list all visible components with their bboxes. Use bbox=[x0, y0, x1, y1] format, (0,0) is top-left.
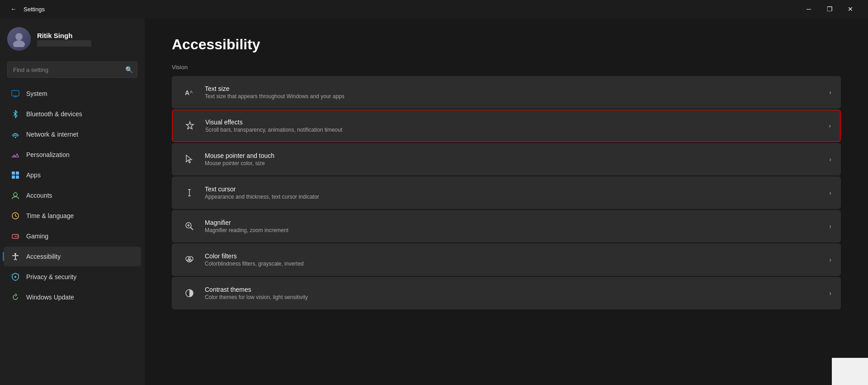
sidebar-item-gaming[interactable]: Gaming bbox=[4, 226, 141, 246]
nav-list: System Bluetooth & devices Network & int… bbox=[0, 83, 145, 308]
svg-rect-2 bbox=[12, 90, 19, 96]
sidebar-item-label-accessibility: Accessibility bbox=[26, 253, 61, 260]
window-controls: ─ ❐ ✕ bbox=[798, 2, 861, 16]
search-icon: 🔍 bbox=[125, 66, 133, 73]
svg-line-13 bbox=[15, 216, 17, 217]
chevron-icon-text-cursor: › bbox=[829, 189, 831, 196]
sidebar-item-bluetooth[interactable]: Bluetooth & devices bbox=[4, 104, 141, 124]
chevron-icon-contrast-themes: › bbox=[829, 290, 831, 297]
sidebar-item-accessibility[interactable]: Accessibility bbox=[4, 247, 141, 266]
sidebar-item-personalization[interactable]: Personalization bbox=[4, 145, 141, 165]
svg-point-19 bbox=[14, 253, 16, 255]
svg-point-0 bbox=[15, 33, 23, 40]
sidebar-item-apps[interactable]: Apps bbox=[4, 165, 141, 185]
sidebar: Ritik Singh 🔍 System Bluetooth & devices… bbox=[0, 18, 145, 385]
color-filters-icon bbox=[181, 252, 198, 268]
search-input[interactable] bbox=[7, 62, 137, 78]
sidebar-item-time[interactable]: Time & language bbox=[4, 206, 141, 226]
sidebar-item-label-privacy: Privacy & security bbox=[26, 273, 76, 280]
setting-name-contrast-themes: Contrast themes bbox=[205, 286, 824, 293]
contrast-themes-icon bbox=[181, 285, 198, 301]
minimize-button[interactable]: ─ bbox=[798, 2, 819, 16]
network-icon bbox=[11, 130, 20, 139]
search-box: 🔍 bbox=[7, 62, 137, 78]
sidebar-item-label-network: Network & internet bbox=[26, 131, 78, 138]
setting-item-text-size[interactable]: AA Text size Text size that appears thro… bbox=[172, 76, 841, 109]
close-button[interactable]: ✕ bbox=[840, 2, 861, 16]
setting-name-visual-effects: Visual effects bbox=[205, 119, 823, 126]
setting-item-visual-effects[interactable]: Visual effects Scroll bars, transparency… bbox=[172, 109, 841, 142]
sidebar-item-label-update: Windows Update bbox=[26, 294, 74, 301]
section-label: Vision bbox=[172, 64, 841, 71]
maximize-button[interactable]: ❐ bbox=[819, 2, 840, 16]
setting-name-text-cursor: Text cursor bbox=[205, 185, 824, 193]
page-title: Accessibility bbox=[172, 36, 841, 53]
back-button[interactable]: ← bbox=[7, 3, 20, 15]
sidebar-item-label-time: Time & language bbox=[26, 212, 74, 219]
accessibility-icon bbox=[11, 252, 20, 261]
setting-item-color-filters[interactable]: Color filters Colorblindness filters, gr… bbox=[172, 243, 841, 276]
setting-desc-mouse-pointer: Mouse pointer color, size bbox=[205, 160, 824, 166]
svg-point-24 bbox=[14, 276, 16, 278]
setting-desc-text-cursor: Appearance and thickness, text cursor in… bbox=[205, 194, 824, 200]
chevron-icon-color-filters: › bbox=[829, 256, 831, 263]
svg-rect-7 bbox=[16, 171, 19, 175]
sidebar-item-update[interactable]: Windows Update bbox=[4, 287, 141, 307]
sidebar-item-privacy[interactable]: Privacy & security bbox=[4, 267, 141, 287]
sidebar-item-label-personalization: Personalization bbox=[26, 151, 70, 158]
setting-item-mouse-pointer[interactable]: Mouse pointer and touch Mouse pointer co… bbox=[172, 143, 841, 176]
setting-item-magnifier[interactable]: Magnifier Magnifier reading, zoom increm… bbox=[172, 210, 841, 242]
svg-text:A: A bbox=[190, 90, 193, 94]
setting-item-text-cursor[interactable]: Text cursor Appearance and thickness, te… bbox=[172, 176, 841, 209]
sidebar-item-label-system: System bbox=[26, 90, 47, 97]
gaming-icon bbox=[11, 232, 20, 241]
privacy-icon bbox=[11, 272, 20, 281]
user-name: Ritik Singh bbox=[37, 32, 91, 39]
app-title: Settings bbox=[24, 6, 45, 13]
svg-text:A: A bbox=[185, 89, 189, 96]
svg-point-5 bbox=[15, 137, 16, 138]
setting-text-contrast-themes: Contrast themes Color themes for low vis… bbox=[205, 286, 824, 300]
user-subtitle bbox=[37, 40, 91, 47]
sidebar-item-accounts[interactable]: Accounts bbox=[4, 185, 141, 205]
avatar-image bbox=[7, 27, 31, 51]
svg-line-23 bbox=[15, 259, 17, 260]
visual-effects-icon bbox=[182, 118, 198, 134]
sidebar-item-label-bluetooth: Bluetooth & devices bbox=[26, 110, 82, 118]
setting-text-color-filters: Color filters Colorblindness filters, gr… bbox=[205, 252, 824, 267]
setting-text-text-size: Text size Text size that appears through… bbox=[205, 85, 824, 100]
setting-name-text-size: Text size bbox=[205, 85, 824, 92]
accounts-icon bbox=[11, 191, 20, 200]
personalization-icon bbox=[11, 150, 20, 159]
setting-text-visual-effects: Visual effects Scroll bars, transparency… bbox=[205, 119, 823, 133]
main-content: Accessibility Vision AA Text size Text s… bbox=[145, 18, 868, 385]
setting-desc-text-size: Text size that appears throughout Window… bbox=[205, 93, 824, 100]
setting-text-magnifier: Magnifier Magnifier reading, zoom increm… bbox=[205, 219, 824, 233]
svg-marker-27 bbox=[186, 122, 193, 129]
apps-icon bbox=[11, 171, 20, 180]
svg-point-1 bbox=[13, 40, 25, 47]
sidebar-item-label-gaming: Gaming bbox=[26, 233, 48, 240]
setting-desc-color-filters: Colorblindness filters, grayscale, inver… bbox=[205, 261, 824, 267]
chevron-icon-mouse-pointer: › bbox=[829, 156, 831, 163]
svg-rect-9 bbox=[16, 176, 19, 179]
sidebar-item-system[interactable]: System bbox=[4, 84, 141, 104]
setting-desc-magnifier: Magnifier reading, zoom increment bbox=[205, 227, 824, 233]
text-size-icon: AA bbox=[181, 84, 198, 100]
watermark bbox=[832, 358, 868, 385]
setting-desc-visual-effects: Scroll bars, transparency, animations, n… bbox=[205, 127, 823, 133]
chevron-icon-text-size: › bbox=[829, 89, 831, 96]
avatar bbox=[7, 27, 31, 51]
update-icon bbox=[11, 293, 20, 302]
user-section[interactable]: Ritik Singh bbox=[0, 18, 145, 60]
text-cursor-icon bbox=[181, 185, 198, 201]
setting-name-mouse-pointer: Mouse pointer and touch bbox=[205, 152, 824, 159]
setting-item-contrast-themes[interactable]: Contrast themes Color themes for low vis… bbox=[172, 277, 841, 309]
titlebar: ← Settings ─ ❐ ✕ bbox=[0, 0, 868, 18]
user-info: Ritik Singh bbox=[37, 32, 91, 47]
svg-point-10 bbox=[14, 193, 17, 196]
sidebar-item-network[interactable]: Network & internet bbox=[4, 124, 141, 144]
time-icon bbox=[11, 211, 20, 220]
magnifier-icon bbox=[181, 218, 198, 234]
mouse-pointer-icon bbox=[181, 151, 198, 167]
